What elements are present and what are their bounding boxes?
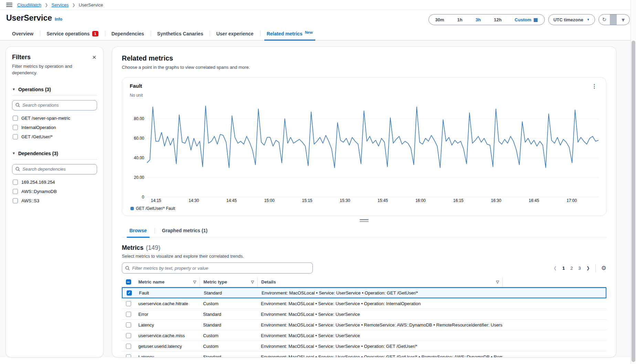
legend-color-swatch [130, 207, 134, 210]
time-range-30m[interactable]: 30m [429, 17, 451, 22]
timezone-dropdown[interactable]: UTC timezone ▼ [548, 14, 595, 25]
kebab-menu-icon[interactable]: ⋮ [590, 83, 598, 89]
checkbox[interactable] [13, 116, 18, 121]
operations-search[interactable] [12, 100, 97, 110]
scrollbar-thumb[interactable] [632, 41, 635, 362]
metrics-filter[interactable] [122, 263, 313, 274]
filters-description: Filter metrics by operation and dependen… [12, 63, 81, 76]
breadcrumb-services[interactable]: Services [52, 2, 69, 8]
tab-user-experience[interactable]: User experience [210, 28, 260, 40]
related-metrics-panel: Related metrics Choose a point in the gr… [112, 46, 616, 357]
fault-chart-svg [147, 99, 598, 197]
metrics-filter-input[interactable] [132, 266, 309, 271]
refresh-button[interactable]: ↻ [599, 17, 610, 23]
checkbox[interactable] [13, 198, 18, 203]
details-link[interactable]: Environment: MacOSLocal • Service: UserS… [261, 344, 417, 349]
close-icon[interactable]: ✕ [91, 54, 97, 61]
dependencies-section: ▼ Dependencies (3) 169.254.169.254 AWS::… [12, 151, 97, 204]
tab-synthetics-canaries[interactable]: Synthetics Canaries [151, 28, 210, 40]
select-all-checkbox[interactable] [126, 279, 131, 285]
table-row[interactable]: Latency Standard Environment: MacOSLocal… [122, 320, 606, 330]
dependency-checkbox-row[interactable]: AWS::S3 [12, 197, 97, 204]
column-filter-icon[interactable]: ▽ [251, 280, 254, 284]
tab-overview[interactable]: Overview [6, 28, 40, 40]
tab-browse[interactable]: Browse [122, 225, 155, 237]
dependency-checkbox-row[interactable]: 169.254.169.254 [12, 179, 97, 186]
row-checkbox[interactable] [126, 322, 131, 328]
vertical-scrollbar[interactable] [630, 0, 636, 364]
tab-related-metrics[interactable]: Related metrics New [260, 28, 319, 40]
row-checkbox[interactable] [126, 333, 131, 338]
new-badge: New [305, 30, 313, 34]
search-icon [15, 167, 20, 171]
checkbox[interactable] [13, 189, 18, 194]
chevron-right-icon: ❯ [72, 3, 75, 7]
chart-plot-area[interactable] [147, 99, 598, 197]
details-link[interactable]: Environment: MacOSLocal • Service: UserS… [261, 354, 502, 358]
details-link[interactable]: Environment: MacOSLocal • Service: UserS… [261, 301, 421, 306]
dependencies-search[interactable] [12, 164, 97, 174]
table-row[interactable]: Fault Standard Environment: MacOSLocal •… [122, 287, 606, 298]
column-filter-icon[interactable]: ▽ [193, 280, 196, 284]
tab-dependencies[interactable]: Dependencies [105, 28, 151, 40]
checkbox[interactable] [13, 125, 18, 130]
details-link[interactable]: Environment: MacOSLocal • Service: UserS… [261, 322, 502, 328]
metrics-subtitle: Select metrics to visualize and explore … [122, 254, 606, 259]
gear-icon[interactable]: ⚙ [601, 265, 606, 272]
table-row[interactable]: userservice.cache.miss Custom Environmen… [122, 330, 606, 341]
content-area: Filters ✕ Filter metrics by operation an… [0, 41, 636, 357]
time-range-custom[interactable]: Custom ▦ [508, 17, 544, 22]
calendar-icon: ▦ [533, 17, 538, 22]
divider [610, 14, 617, 25]
table-row[interactable]: getuser.userid.latency Custom Environmen… [122, 341, 606, 352]
page-title: UserService [6, 13, 52, 23]
chevron-down-icon: ▼ [587, 18, 590, 21]
details-link[interactable]: Environment: MacOSLocal • Service: UserS… [262, 290, 418, 296]
breadcrumb-cloudwatch[interactable]: CloudWatch [17, 2, 41, 8]
operation-checkbox-row[interactable]: InternalOperation [12, 124, 97, 131]
row-checkbox[interactable] [127, 290, 132, 296]
table-row[interactable]: Latency Standard Environment: MacOSLocal… [122, 352, 606, 357]
column-filter-icon[interactable]: ▽ [496, 280, 499, 284]
dependency-checkbox-row[interactable]: AWS::DynamoDB [12, 188, 97, 195]
metrics-tab-bar: Browse Graphed metrics (1) [122, 225, 606, 237]
time-range-3h[interactable]: 3h [469, 17, 487, 22]
row-checkbox[interactable] [126, 354, 131, 358]
checkbox[interactable] [13, 180, 18, 185]
details-link[interactable]: Environment: MacOSLocal • Service: UserS… [261, 312, 360, 317]
refresh-options-button[interactable]: ▼ [617, 17, 629, 23]
next-page-icon[interactable]: ❯ [586, 266, 590, 270]
tab-bar: Overview Service operations 1 Dependenci… [0, 28, 636, 41]
info-link[interactable]: Info [55, 17, 62, 22]
operation-checkbox-row[interactable]: GET /server-span-metric [12, 115, 97, 122]
row-checkbox[interactable] [126, 344, 131, 349]
previous-page-icon[interactable]: ❮ [553, 266, 557, 270]
top-navigation-bar: CloudWatch ❯ Services ❯ UserService [0, 0, 636, 10]
time-range-12h[interactable]: 12h [487, 17, 508, 22]
page-2-button[interactable]: 2 [570, 266, 573, 271]
tab-service-operations[interactable]: Service operations 1 [40, 28, 105, 40]
resize-handle[interactable] [360, 219, 369, 222]
details-link[interactable]: Environment: MacOSLocal • Service: UserS… [261, 333, 360, 338]
alert-count-badge: 1 [92, 31, 98, 36]
page-1-button[interactable]: 1 [562, 266, 565, 271]
tab-graphed-metrics[interactable]: Graphed metrics (1) [155, 225, 215, 237]
breadcrumb-userservice: UserService [79, 2, 103, 8]
hamburger-menu-icon[interactable] [6, 3, 12, 7]
table-row[interactable]: Error Standard Environment: MacOSLocal •… [122, 309, 606, 320]
search-dependencies-input[interactable] [22, 167, 94, 172]
triangle-down-icon: ▼ [12, 87, 15, 91]
row-checkbox[interactable] [126, 301, 131, 306]
dependencies-section-header[interactable]: ▼ Dependencies (3) [12, 151, 97, 160]
triangle-down-icon: ▼ [12, 151, 15, 155]
filters-title: Filters [12, 54, 31, 61]
page-3-button[interactable]: 3 [578, 266, 581, 271]
time-range-1h[interactable]: 1h [451, 17, 469, 22]
table-row[interactable]: userservice.cache.hitrate Custom Environ… [122, 298, 606, 309]
checkbox[interactable] [13, 134, 18, 139]
search-operations-input[interactable] [22, 103, 94, 108]
divider [595, 264, 596, 272]
operation-checkbox-row[interactable]: GET /GetUser/* [12, 133, 97, 140]
row-checkbox[interactable] [126, 312, 131, 317]
operations-section-header[interactable]: ▼ Operations (3) [12, 87, 97, 96]
